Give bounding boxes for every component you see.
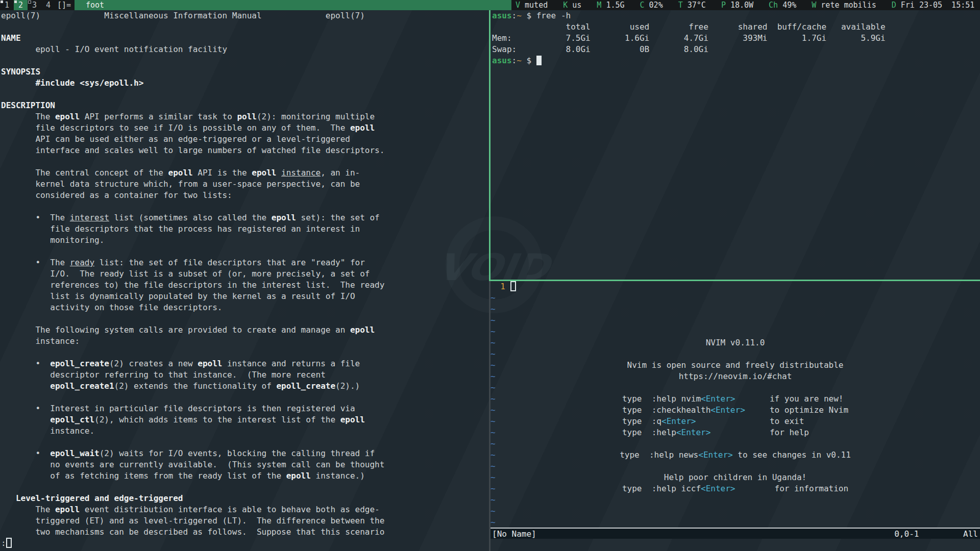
status-value: 1.5G: [601, 1, 624, 10]
man-line: • Interest in particular file descriptor…: [1, 403, 489, 414]
status-c: C 02%: [640, 0, 663, 10]
tag-1[interactable]: 1: [0, 0, 14, 10]
man-line: epoll(7) Miscellaneous Information Manua…: [1, 10, 489, 21]
man-line: [1, 201, 489, 212]
nvim-empty-line-tilde: ~: [491, 292, 980, 304]
man-line: SYNOPSIS: [1, 66, 489, 78]
man-line: Level-triggered and edge-triggered: [1, 493, 489, 504]
man-line: The central concept of the epoll API is …: [1, 167, 489, 179]
man-line: API can be used either as an edge-trigge…: [1, 134, 489, 145]
status-segments: V mutedK usM 1.5GC 02%T 37°CP 18.0WCh 49…: [511, 0, 980, 10]
dwm-status-bar: 1234 []= foot V mutedK usM 1.5GC 02%T 37…: [0, 0, 980, 10]
nvim-intro-line: type :help nvim<Enter> if you are new!: [491, 393, 980, 405]
nvim-empty-line-tilde: ~: [491, 382, 980, 393]
man-line: [1, 89, 489, 100]
nvim-empty-line-tilde: ~: [491, 517, 980, 528]
status-value: 37°C: [683, 1, 706, 10]
man-line: interface and scales well to large numbe…: [1, 145, 489, 156]
status-key: K: [563, 1, 568, 10]
man-line: • epoll_create(2) creates a new epoll in…: [1, 358, 489, 369]
tag-label: 1: [5, 1, 9, 10]
man-line: • The interest list (sometimes also call…: [1, 212, 489, 223]
man-line: [1, 156, 489, 167]
man-line: no events are currently available. (This…: [1, 459, 489, 470]
nvim-intro-line: type :help<Enter> for help: [491, 427, 980, 438]
shell-terminal-pane[interactable]: asus:~ $ free -h total used free shared …: [491, 10, 980, 280]
man-line: The following system calls are provided …: [1, 324, 489, 336]
status-key: C: [640, 1, 645, 10]
man-line: [1, 392, 489, 403]
man-line: kernel data structure which, from a user…: [1, 179, 489, 190]
status-key: T: [678, 1, 683, 10]
status-value: 18.0W: [726, 1, 753, 10]
status-d: D Fri 23-05 15:51: [892, 0, 975, 10]
nvim-ruler: 0,0-1 All: [894, 529, 978, 539]
status-value: rete mobilis: [816, 1, 876, 10]
man-line: considered as a container for two lists:: [1, 190, 489, 201]
man-line: two mechanisms can be described as follo…: [1, 527, 489, 538]
focused-window-title: foot: [75, 0, 511, 10]
nvim-intro-line: type :help news<Enter> to see changes in…: [491, 449, 980, 461]
nvim-line-1: 1: [491, 281, 980, 292]
tag-label: 2: [18, 1, 23, 10]
man-page-terminal-pane[interactable]: epoll(7) Miscellaneous Information Manua…: [0, 10, 489, 551]
man-line: [1, 347, 489, 358]
nvim-empty-line-tilde: ~: [491, 304, 980, 315]
neovim-pane[interactable]: 1 ~~~~~~~~~~~~~~~~~~~~~ [No Name] 0,0-1 …: [491, 281, 980, 551]
nvim-intro-line: type :help iccf<Enter> for information: [491, 483, 980, 494]
man-line: epoll_create1(2) extends the functionali…: [1, 381, 489, 392]
status-value: us: [568, 1, 581, 10]
status-key: P: [721, 1, 726, 10]
pager-prompt-line: :: [1, 538, 489, 549]
status-value: Fri 23-05 15:51: [896, 1, 975, 10]
nvim-cursor: [510, 281, 516, 291]
tag-2[interactable]: 2: [14, 0, 28, 10]
man-line: activity on those file descriptors.: [1, 302, 489, 313]
unfocused-window-border-vertical: [489, 281, 491, 551]
man-line: instance:: [1, 336, 489, 347]
man-line: file descriptors to see if I/O is possib…: [1, 122, 489, 134]
tag-4[interactable]: 4: [41, 0, 55, 10]
terminal-cursor: [536, 56, 542, 65]
man-line: [1, 482, 489, 493]
status-w: W rete mobilis: [812, 0, 876, 10]
man-line: of as fetching items from the ready list…: [1, 470, 489, 482]
tag-label: 4: [46, 1, 51, 10]
man-line: monitoring.: [1, 235, 489, 246]
man-line: [1, 21, 489, 33]
workspace-tags: 1234: [0, 0, 55, 10]
nvim-empty-line-tilde: ~: [491, 326, 980, 337]
status-key: Ch: [769, 1, 778, 10]
man-line: • epoll_wait(2) waits for I/O events, bl…: [1, 448, 489, 459]
layout-symbol[interactable]: []=: [55, 0, 74, 10]
man-line: triggered (ET) and as level-triggered (L…: [1, 515, 489, 527]
status-key: W: [812, 1, 816, 10]
man-line: list is dynamically populated by the ker…: [1, 291, 489, 302]
status-value: 02%: [645, 1, 663, 10]
man-line: [1, 246, 489, 257]
nvim-empty-line-tilde: ~: [491, 461, 980, 472]
tag-occupied-indicator: [14, 1, 17, 3]
man-line: I/O. The ready list is a subset of (or, …: [1, 268, 489, 280]
man-line: #include <sys/epoll.h>: [1, 78, 489, 89]
terminal-line: asus:~ $: [492, 55, 980, 66]
tag-occupied-indicator: [28, 1, 31, 4]
man-line: epoll - I/O event notification facility: [1, 44, 489, 55]
man-line: The epoll event distribution interface i…: [1, 504, 489, 515]
man-line: • The ready list: the set of file descri…: [1, 257, 489, 268]
man-line: [1, 437, 489, 448]
status-k: K us: [563, 0, 581, 10]
man-line: descriptor referring to that instance. (…: [1, 369, 489, 381]
man-line: NAME: [1, 33, 489, 44]
status-t: T 37°C: [678, 0, 706, 10]
status-p: P 18.0W: [721, 0, 753, 10]
status-v: V muted: [516, 0, 548, 10]
pager-cursor: [6, 538, 12, 548]
nvim-intro-line: Nvim is open source and freely distribut…: [491, 360, 980, 371]
tag-3[interactable]: 3: [28, 0, 41, 10]
terminal-line: Mem: 7.5Gi 1.6Gi 4.7Gi 393Mi 1.7Gi 5.9Gi: [492, 33, 980, 44]
status-key: D: [892, 1, 896, 10]
window-title-text: foot: [86, 1, 104, 10]
terminal-line: total used free shared buff/cache availa…: [492, 21, 980, 33]
status-value: muted: [520, 1, 548, 10]
